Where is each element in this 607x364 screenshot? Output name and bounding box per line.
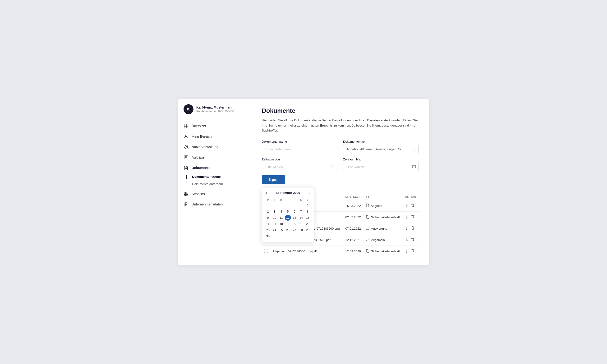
cal-day-2[interactable]: 2 bbox=[265, 209, 271, 214]
calendar-file-icon bbox=[366, 226, 369, 231]
cal-day-3[interactable]: 3 bbox=[272, 209, 278, 214]
delete-icon[interactable] bbox=[411, 203, 414, 208]
cal-empty bbox=[291, 203, 298, 208]
svg-rect-32 bbox=[367, 250, 369, 253]
cal-day-13[interactable]: 13 bbox=[291, 215, 298, 221]
filter-group-date-from: Zeitraum von: bbox=[262, 157, 337, 171]
cal-day-6[interactable]: 6 bbox=[291, 209, 298, 214]
link-icon bbox=[366, 238, 370, 242]
sidebar-item-services[interactable]: Services bbox=[178, 189, 251, 199]
date-from-label: Zeitraum von: bbox=[262, 157, 337, 161]
user-section: K Karl-Heinz Mustermann Kundennummer: 07… bbox=[178, 104, 251, 121]
cal-day-19[interactable]: 19 bbox=[285, 221, 291, 227]
delete-icon[interactable] bbox=[411, 215, 414, 220]
cal-day-11[interactable]: 11 bbox=[278, 215, 284, 221]
cal-day-9[interactable]: 9 bbox=[265, 215, 271, 221]
app-container: K Karl-Heinz Mustermann Kundennummer: 07… bbox=[178, 99, 429, 265]
filter-group-type: Dokumententyp Angebot, Allgemein, Auswer… bbox=[343, 140, 419, 153]
page-title: Dokumente bbox=[262, 107, 419, 115]
cal-day-14[interactable]: 14 bbox=[298, 215, 304, 221]
cal-day-12[interactable]: 12 bbox=[285, 215, 291, 221]
sidebar-item-dokumente[interactable]: Dokumente ⌃ bbox=[178, 163, 251, 173]
doc-type: Sicherheitsdatenblatt bbox=[364, 211, 403, 223]
row-checkbox[interactable] bbox=[264, 249, 268, 253]
search-button[interactable]: Erge... bbox=[262, 175, 285, 184]
docs-icon bbox=[184, 165, 189, 170]
sidebar-item-mein-bereich[interactable]: Mein Bereich bbox=[178, 131, 251, 142]
cal-day-24[interactable]: 24 bbox=[272, 227, 278, 233]
cal-day-16[interactable]: 16 bbox=[265, 221, 271, 227]
cal-day-17[interactable]: 17 bbox=[272, 221, 278, 227]
auftraege-label: Aufträge bbox=[192, 156, 205, 159]
type-filter-label: Dokumententyp bbox=[343, 140, 419, 143]
cal-day-7[interactable]: 7 bbox=[298, 209, 304, 214]
date-from-input[interactable] bbox=[262, 163, 337, 171]
sidebar-item-unternehmensdaten[interactable]: Unternehmensdaten bbox=[178, 199, 251, 209]
cal-day-1[interactable]: 1 bbox=[305, 203, 311, 208]
list-icon bbox=[184, 155, 189, 160]
cal-day-22[interactable]: 22 bbox=[305, 221, 311, 227]
doc-date: 12.12.2021 bbox=[343, 234, 364, 246]
name-input[interactable] bbox=[262, 145, 337, 153]
name-input-wrap bbox=[262, 145, 337, 153]
sidebar-item-auftraege[interactable]: Aufträge bbox=[178, 152, 251, 163]
svg-rect-18 bbox=[187, 193, 188, 195]
doc-date: 02.02.2022 bbox=[343, 211, 364, 223]
day-header-w: W bbox=[278, 198, 285, 202]
download-icon[interactable]: ⇓ bbox=[405, 226, 408, 231]
cal-day-21[interactable]: 21 bbox=[298, 221, 304, 227]
doc-name: Allgemein_0712386500_priv.pdf bbox=[270, 246, 343, 257]
svg-rect-21 bbox=[187, 195, 188, 196]
calendar-month-year: September 2020 bbox=[276, 191, 300, 195]
cal-day-4[interactable]: 4 bbox=[278, 209, 284, 214]
calendar-icon-from[interactable] bbox=[331, 165, 335, 169]
svg-rect-0 bbox=[184, 124, 186, 126]
svg-rect-16 bbox=[184, 193, 185, 195]
doc-date: 15.03.2022 bbox=[343, 200, 364, 211]
doc-actions: ⇓ bbox=[403, 211, 419, 223]
calendar-next-button[interactable]: › bbox=[308, 191, 311, 195]
download-icon[interactable]: ⇓ bbox=[405, 237, 408, 242]
filter-row-1: Dokumentenname Dokumententyp Angebot, Al… bbox=[262, 140, 419, 153]
cal-day-20[interactable]: 20 bbox=[291, 221, 298, 227]
svg-rect-25 bbox=[331, 165, 334, 168]
sidebar-item-dokumentensuche[interactable]: Dokumentensuche bbox=[178, 173, 251, 180]
chevron-up-icon: ⌃ bbox=[243, 166, 245, 169]
download-icon[interactable]: ⇓ bbox=[405, 215, 408, 220]
dokumente-submenu: Dokumentensuche Dokumente anfordern bbox=[178, 173, 251, 189]
calendar-icon-to[interactable] bbox=[412, 165, 416, 169]
cal-day-18[interactable]: 18 bbox=[278, 221, 284, 227]
delete-icon[interactable] bbox=[411, 249, 414, 254]
cal-day-8[interactable]: 8 bbox=[305, 209, 311, 214]
cal-day-15[interactable]: 15 bbox=[305, 215, 311, 221]
building-icon bbox=[184, 202, 189, 207]
svg-point-5 bbox=[185, 145, 186, 147]
sidebar-item-nutzerverwaltung[interactable]: Nutzerverwaltung bbox=[178, 142, 251, 152]
download-icon[interactable]: ⇓ bbox=[405, 249, 408, 254]
cal-day-26[interactable]: 26 bbox=[285, 227, 291, 233]
day-header-f: F bbox=[291, 198, 298, 202]
doc-actions: ⇓ bbox=[403, 234, 419, 246]
calendar-prev-button[interactable]: ‹ bbox=[265, 191, 268, 195]
sidebar-item-dokumente-anfordern[interactable]: Dokumente anfordern bbox=[178, 180, 251, 188]
cal-day-10[interactable]: 10 bbox=[272, 215, 278, 221]
svg-rect-24 bbox=[187, 204, 187, 204]
cal-day-30[interactable]: 30 bbox=[265, 234, 271, 239]
file-icon bbox=[366, 204, 369, 208]
date-to-input[interactable] bbox=[343, 163, 419, 171]
type-select[interactable]: Angebot, Allgemein, Auswertungen, Si... bbox=[343, 145, 419, 153]
cal-day-29[interactable]: 29 bbox=[305, 227, 311, 233]
cal-day-28[interactable]: 28 bbox=[298, 227, 304, 233]
cal-day-5[interactable]: 5 bbox=[285, 209, 291, 214]
uebersicht-label: Übersicht bbox=[192, 124, 206, 128]
cal-day-23[interactable]: 23 bbox=[265, 227, 271, 233]
sidebar-item-uebersicht[interactable]: Übersicht bbox=[178, 121, 251, 131]
delete-icon[interactable] bbox=[411, 226, 414, 231]
svg-rect-14 bbox=[186, 192, 187, 193]
svg-point-6 bbox=[187, 146, 188, 147]
delete-icon[interactable] bbox=[411, 237, 414, 242]
cal-day-25[interactable]: 25 bbox=[278, 227, 284, 233]
download-icon[interactable]: ⇓ bbox=[405, 203, 408, 208]
dokumente-anfordern-label: Dokumente anfordern bbox=[192, 182, 223, 186]
cal-day-27[interactable]: 27 bbox=[291, 227, 298, 233]
